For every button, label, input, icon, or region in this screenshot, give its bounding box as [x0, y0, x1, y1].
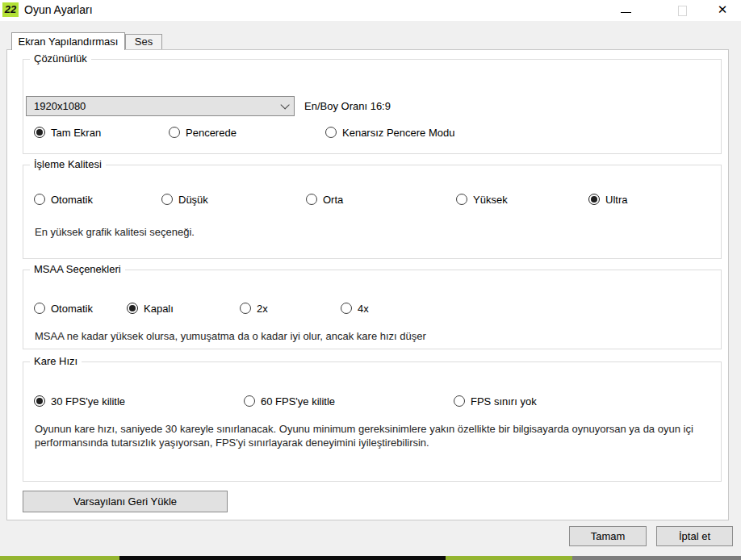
group-msaa-title: MSAA Seçenekleri [30, 263, 125, 275]
ok-button[interactable]: Tamam [569, 526, 647, 546]
radio-fps-30[interactable]: 30 FPS'ye kilitle [34, 395, 125, 407]
radio-label: Pencerede [186, 127, 237, 139]
group-resolution: Çözünürlük 1920x1080 En/Boy Oranı 16:9 T… [23, 59, 722, 154]
framerate-help-text: Oyunun kare hızı, saniyede 30 kareyle sı… [35, 422, 726, 449]
chevron-down-icon [280, 100, 289, 109]
radio-label: Ultra [605, 194, 627, 206]
radio-msaa-otomatik[interactable]: Otomatik [34, 302, 93, 315]
group-framerate-title: Kare Hızı [30, 355, 82, 367]
aspect-ratio-label: En/Boy Oranı 16:9 [304, 100, 391, 112]
maximize-icon [678, 6, 687, 16]
radio-label: Otomatik [51, 303, 93, 315]
maximize-button[interactable] [668, 0, 696, 19]
radio-msaa-2x[interactable]: 2x [240, 302, 268, 315]
minimize-icon [621, 12, 631, 13]
radio-icon [306, 194, 317, 205]
render-quality-help-text: En yüksek grafik kalitesi seçeneği. [35, 225, 195, 239]
radio-icon [161, 194, 173, 205]
radio-quality-orta[interactable]: Orta [306, 193, 343, 206]
radio-icon [456, 194, 467, 205]
restore-defaults-button[interactable]: Varsayılanı Geri Yükle [23, 491, 228, 512]
radio-icon [34, 127, 45, 138]
radio-quality-ultra[interactable]: Ultra [588, 193, 627, 206]
radio-icon [325, 127, 337, 138]
window-title: Oyun Ayarları [24, 3, 93, 16]
radio-icon [588, 194, 600, 205]
radio-label: 30 FPS'ye kilitle [51, 395, 125, 407]
radio-label: Yüksek [473, 194, 508, 206]
radio-label: Orta [323, 194, 343, 206]
radio-pencerede[interactable]: Pencerede [169, 126, 237, 139]
radio-icon [127, 303, 138, 314]
radio-quality-dusuk[interactable]: Düşük [161, 193, 208, 206]
radio-msaa-kapali[interactable]: Kapalı [127, 302, 174, 315]
radio-label: Kapalı [144, 303, 174, 315]
radio-kenarsiz-pencere-modu[interactable]: Kenarsız Pencere Modu [325, 126, 454, 139]
close-button[interactable]: ✕ [709, 0, 736, 19]
resolution-dropdown[interactable]: 1920x1080 [26, 96, 295, 116]
tab-ses[interactable]: Ses [125, 34, 162, 49]
radio-icon [341, 303, 352, 314]
radio-quality-yuksek[interactable]: Yüksek [456, 193, 508, 206]
radio-icon [34, 395, 45, 407]
radio-icon [169, 127, 180, 138]
radio-label: Tam Ekran [51, 127, 101, 139]
strip-green-segment [0, 556, 119, 560]
radio-fps-unlimited[interactable]: FPS sınırı yok [454, 395, 537, 407]
radio-icon [240, 303, 251, 314]
bottom-taskbar-strip [0, 556, 741, 560]
group-framerate: Kare Hızı 30 FPS'ye kilitle 60 FPS'ye ki… [23, 361, 722, 482]
radio-icon [34, 303, 45, 314]
tab-ekran-yapilandirmasi[interactable]: Ekran Yapılandırması [11, 32, 125, 50]
group-resolution-title: Çözünürlük [30, 52, 91, 65]
radio-label: Düşük [178, 194, 208, 206]
titlebar: 22 Oyun Ayarları ✕ [0, 0, 741, 21]
strip-black-segment [119, 556, 446, 560]
strip-gray-segment [572, 556, 741, 560]
radio-icon [244, 395, 255, 407]
radio-label: FPS sınırı yok [471, 395, 537, 407]
radio-label: Otomatik [51, 194, 93, 206]
radio-label: 60 FPS'ye kilitle [261, 395, 335, 407]
radio-label: 4x [358, 303, 369, 315]
msaa-help-text: MSAA ne kadar yüksek olursa, yumuşatma d… [35, 329, 426, 343]
minimize-button[interactable] [612, 0, 639, 19]
group-msaa: MSAA Seçenekleri Otomatik Kapalı 2x 4x M… [23, 270, 722, 349]
radio-label: 2x [257, 303, 268, 315]
radio-quality-otomatik[interactable]: Otomatik [34, 193, 93, 206]
radio-icon [34, 194, 45, 205]
radio-fps-60[interactable]: 60 FPS'ye kilitle [244, 395, 335, 407]
radio-msaa-4x[interactable]: 4x [341, 302, 369, 315]
radio-tam-ekran[interactable]: Tam Ekran [34, 126, 101, 139]
resolution-dropdown-value: 1920x1080 [34, 100, 280, 112]
group-render-quality: İşleme Kalitesi Otomatik Düşük Orta Yüks… [23, 165, 722, 259]
cancel-button[interactable]: İptal et [656, 526, 733, 546]
strip-green-segment [446, 556, 572, 560]
app-icon: 22 [2, 2, 19, 17]
radio-label: Kenarsız Pencere Modu [342, 127, 454, 139]
group-render-quality-title: İşleme Kalitesi [30, 158, 106, 170]
tab-page: Çözünürlük 1920x1080 En/Boy Oranı 16:9 T… [6, 49, 729, 520]
radio-icon [454, 395, 465, 407]
